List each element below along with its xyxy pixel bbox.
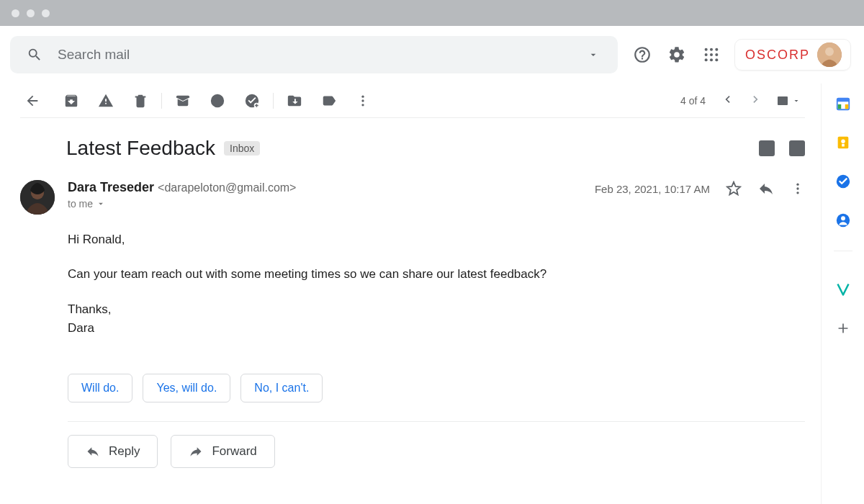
add-to-tasks-icon[interactable]: [244, 93, 260, 109]
svg-point-7: [710, 58, 713, 61]
timestamp: Feb 23, 2021, 10:17 AM: [595, 183, 710, 195]
sender-name-line: Dara Treseder <darapeloton@gmail.com>: [68, 180, 582, 195]
sender-row: Dara Treseder <darapeloton@gmail.com> to…: [20, 173, 805, 215]
settings-gear-icon[interactable]: [665, 43, 688, 66]
reply-button[interactable]: Reply: [68, 435, 158, 468]
chevron-down-icon: [96, 199, 106, 209]
sender-name: Dara Treseder: [68, 180, 154, 194]
svg-rect-22: [845, 104, 848, 109]
search-input[interactable]: [56, 46, 572, 63]
addon-app-icon[interactable]: [834, 281, 852, 298]
svg-point-0: [705, 48, 708, 51]
calendar-app-icon[interactable]: [834, 95, 852, 112]
older-chevron-icon[interactable]: [720, 92, 734, 109]
svg-rect-26: [842, 144, 845, 147]
svg-point-6: [705, 58, 708, 61]
toolbar-separator: [161, 93, 162, 109]
svg-point-29: [841, 216, 845, 220]
get-addons-plus-icon[interactable]: [834, 320, 852, 337]
svg-point-12: [361, 95, 364, 97]
body-line: Can your team reach out with some meetin…: [68, 265, 625, 284]
help-icon[interactable]: [631, 43, 654, 66]
message-count: 4 of 4: [680, 95, 706, 107]
smart-reply-chip[interactable]: Will do.: [68, 374, 132, 402]
back-arrow-icon[interactable]: [24, 93, 40, 109]
message-toolbar: 4 of 4: [20, 84, 805, 118]
recipient-text: to me: [68, 198, 93, 210]
keep-app-icon[interactable]: [834, 134, 852, 151]
open-new-window-icon[interactable]: [789, 140, 805, 156]
forward-button[interactable]: Forward: [171, 435, 274, 468]
body-signature: Dara: [68, 319, 625, 338]
newer-chevron-icon[interactable]: [749, 92, 763, 109]
search-options-dropdown-icon[interactable]: [582, 43, 605, 66]
app-header: OSCORP: [0, 26, 864, 84]
reply-arrow-icon[interactable]: [757, 180, 775, 197]
svg-point-3: [705, 53, 708, 56]
svg-point-18: [796, 187, 798, 189]
contacts-app-icon[interactable]: [834, 212, 852, 229]
svg-rect-21: [837, 99, 849, 102]
search-icon[interactable]: [23, 43, 46, 66]
forward-icon: [189, 444, 203, 459]
side-panel: [821, 84, 864, 504]
main-area: 4 of 4 Latest Feedback Inbox: [0, 84, 864, 504]
search-container[interactable]: [10, 36, 618, 73]
delete-trash-icon[interactable]: [132, 93, 148, 109]
split-pane-toggle[interactable]: [778, 96, 801, 105]
snooze-clock-icon[interactable]: [210, 93, 225, 109]
mark-unread-icon[interactable]: [175, 93, 191, 109]
tasks-app-icon[interactable]: [834, 173, 852, 190]
svg-point-25: [841, 139, 845, 143]
message-body: Hi Ronald, Can your team reach out with …: [20, 215, 625, 338]
folder-chip[interactable]: Inbox: [224, 141, 260, 156]
more-vert-icon[interactable]: [791, 181, 805, 196]
account-chip[interactable]: OSCORP: [734, 39, 851, 71]
sender-avatar[interactable]: [20, 180, 55, 215]
message-actions: Feb 23, 2021, 10:17 AM: [595, 180, 805, 197]
smart-reply-chip[interactable]: No, I can't.: [240, 374, 323, 402]
window-titlebar: [0, 0, 864, 26]
window-maximize-dot[interactable]: [42, 9, 50, 17]
window-close-dot[interactable]: [12, 9, 19, 17]
pane-icon: [778, 96, 788, 105]
header-icons: OSCORP: [631, 39, 851, 71]
reply-label: Reply: [109, 444, 140, 459]
svg-point-5: [715, 53, 718, 56]
labels-icon[interactable]: [321, 93, 337, 109]
sender-info: Dara Treseder <darapeloton@gmail.com> to…: [68, 180, 582, 210]
body-thanks: Thanks,: [68, 300, 625, 319]
more-vert-icon[interactable]: [356, 94, 370, 108]
toolbar-separator: [273, 93, 274, 109]
svg-point-14: [361, 104, 364, 106]
star-icon[interactable]: [726, 181, 742, 197]
avatar[interactable]: [817, 42, 842, 67]
print-icon[interactable]: [759, 140, 775, 156]
svg-point-10: [825, 48, 834, 56]
brand-name: OSCORP: [745, 48, 810, 63]
sender-email: <darapeloton@gmail.com>: [158, 181, 296, 194]
smart-replies: Will do. Yes, will do. No, I can't.: [20, 354, 805, 421]
svg-point-13: [361, 99, 364, 102]
archive-icon[interactable]: [63, 93, 79, 109]
window-minimize-dot[interactable]: [27, 9, 35, 17]
smart-reply-chip[interactable]: Yes, will do.: [143, 374, 230, 402]
subject-title: Latest Feedback: [66, 137, 215, 160]
svg-point-8: [715, 58, 718, 61]
content-pane: 4 of 4 Latest Feedback Inbox: [0, 84, 821, 504]
subject-actions: [759, 140, 805, 156]
side-panel-divider: [834, 251, 852, 259]
svg-point-17: [796, 184, 798, 186]
message-block: Dara Treseder <darapeloton@gmail.com> to…: [20, 173, 805, 468]
svg-point-19: [796, 192, 798, 194]
reply-row: Reply Forward: [20, 422, 805, 468]
apps-grid-icon[interactable]: [700, 43, 723, 66]
report-spam-icon[interactable]: [98, 93, 114, 109]
move-to-folder-icon[interactable]: [287, 93, 302, 109]
svg-point-4: [710, 53, 713, 56]
reply-icon: [86, 444, 100, 459]
toolbar-right: 4 of 4: [680, 92, 801, 109]
svg-point-1: [710, 48, 713, 51]
subject-row: Latest Feedback Inbox: [20, 118, 805, 173]
recipient-line[interactable]: to me: [68, 198, 582, 210]
